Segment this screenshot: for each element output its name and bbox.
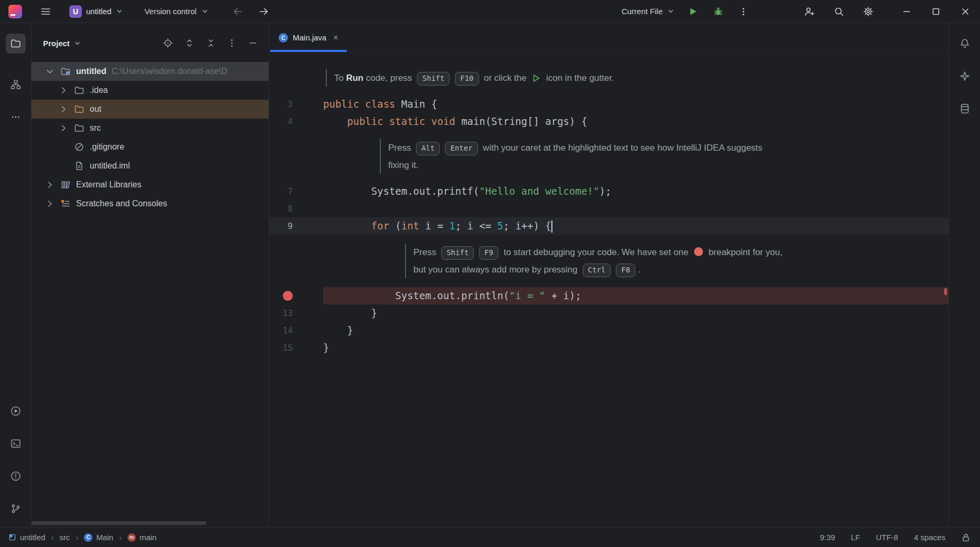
tree-item-scratches-and-consoles[interactable]: Scratches and Consoles [31, 194, 269, 213]
debug-button[interactable] [708, 3, 728, 20]
chevron-down-icon[interactable] [44, 66, 56, 77]
breakpoint-dot[interactable] [283, 291, 293, 301]
breadcrumb-main[interactable]: CMain [84, 533, 113, 542]
editor-hint-line[interactable]: Press AltEnter with your caret at the hi… [269, 139, 949, 156]
tree-item-untitled-iml[interactable]: untitled.iml [31, 156, 269, 175]
editor-code-line[interactable]: 4 public static void main(String[] args)… [269, 113, 949, 130]
version-control-icon[interactable] [6, 499, 26, 519]
editor-line-content[interactable]: } [323, 304, 949, 322]
editor-gutter[interactable]: 13 [269, 304, 323, 322]
editor-gutter[interactable]: 4 [269, 113, 323, 130]
editor-line-content[interactable]: but you can always add more by pressing … [323, 261, 949, 278]
editor-gutter[interactable]: 3 [269, 96, 323, 113]
editor-line-content[interactable]: } [323, 322, 949, 339]
editor-gutter[interactable] [269, 244, 323, 261]
caret-position[interactable]: 9:39 [820, 533, 835, 542]
chevron-right-icon[interactable] [44, 179, 56, 191]
main-menu-icon[interactable] [36, 3, 56, 20]
breadcrumb-src[interactable]: src [59, 533, 70, 542]
editor-code-line[interactable]: 13 } [269, 304, 949, 322]
editor-gutter[interactable] [269, 139, 323, 156]
close-button[interactable] [951, 0, 980, 23]
editor-hint-line[interactable]: but you can always add more by pressing … [269, 261, 949, 278]
ai-assistant-icon[interactable] [955, 66, 975, 86]
editor-code-line[interactable]: System.out.println("i = " + i); [269, 287, 949, 304]
editor-line-content[interactable]: for (int i = 1; i <= 5; i++) { [323, 217, 949, 235]
editor-gutter[interactable] [269, 156, 323, 174]
indent-style[interactable]: 4 spaces [914, 533, 945, 542]
editor-gutter[interactable]: 15 [269, 339, 323, 356]
problems-icon[interactable] [6, 466, 26, 486]
editor-line-content[interactable]: Press AltEnter with your caret at the hi… [323, 139, 949, 156]
more-tool-windows-icon[interactable] [6, 107, 26, 127]
tree-item-untitled[interactable]: untitledC:\Users\wisdom.donald-ase\D [31, 62, 269, 81]
forward-arrow-icon[interactable] [254, 3, 274, 20]
editor-gutter[interactable]: 14 [269, 322, 323, 339]
editor-gutter[interactable]: 9 [269, 217, 323, 235]
tree-item-gitignore[interactable]: .gitignore [31, 138, 269, 156]
line-separator[interactable]: LF [851, 533, 860, 542]
back-arrow-icon[interactable] [228, 3, 248, 20]
editor-gutter[interactable]: 7 [269, 183, 323, 200]
project-widget[interactable]: U untitled [65, 3, 127, 20]
locate-file-icon[interactable] [163, 38, 173, 48]
editor-code-line[interactable]: 9 for (int i = 1; i <= 5; i++) { [269, 217, 949, 235]
expand-all-icon[interactable] [184, 38, 195, 48]
editor-hint-line[interactable]: To Run code, press ShiftF10 or click the… [269, 69, 949, 87]
editor-gutter[interactable]: 8 [269, 200, 323, 217]
editor-line-content[interactable]: public class Main { [323, 96, 949, 113]
tree-item-external-libraries[interactable]: External Libraries [31, 175, 269, 194]
editor-line-content[interactable]: System.out.println("i = " + i); [323, 287, 949, 304]
editor-hint-line[interactable]: fixing it. [269, 156, 949, 174]
editor-line-content[interactable]: System.out.printf("Hello and welcome!"); [323, 183, 949, 200]
breadcrumb-untitled[interactable]: untitled [8, 533, 45, 542]
hide-panel-icon[interactable] [248, 38, 258, 48]
editor-gutter[interactable] [269, 287, 323, 304]
terminal-icon[interactable] [6, 434, 26, 454]
horizontal-scrollbar[interactable] [31, 521, 206, 525]
tab-main-java[interactable]: C Main.java × [270, 23, 347, 52]
collapse-all-icon[interactable] [206, 38, 216, 48]
editor-body[interactable]: To Run code, press ShiftF10 or click the… [269, 52, 949, 527]
tree-item-out[interactable]: out [31, 100, 269, 119]
editor-line-content[interactable] [323, 200, 949, 217]
tree-item-src[interactable]: src [31, 119, 269, 138]
editor-line-content[interactable]: Press ShiftF9 to start debugging your co… [323, 244, 949, 261]
panel-options-icon[interactable] [227, 38, 237, 48]
editor-hint-line[interactable]: Press ShiftF9 to start debugging your co… [269, 244, 949, 261]
services-icon[interactable] [6, 401, 26, 421]
editor-line-content[interactable]: } [323, 339, 949, 356]
editor-code-line[interactable]: 14 } [269, 322, 949, 339]
maximize-button[interactable] [921, 0, 951, 23]
chevron-down-icon[interactable] [73, 39, 81, 47]
chevron-right-icon[interactable] [58, 122, 69, 134]
editor-line-content[interactable]: To Run code, press ShiftF10 or click the… [323, 69, 949, 87]
code-with-me-icon[interactable] [800, 3, 819, 20]
minimize-button[interactable] [892, 0, 921, 23]
run-button[interactable] [683, 3, 703, 20]
editor-gutter[interactable] [269, 69, 323, 87]
notifications-bell-icon[interactable] [955, 34, 975, 54]
project-tool-window-button[interactable] [6, 34, 26, 54]
editor-gutter[interactable] [269, 261, 323, 278]
search-everywhere-icon[interactable] [829, 3, 849, 20]
editor-code-line[interactable]: 8 [269, 200, 949, 217]
run-configuration-selector[interactable]: Current File [617, 5, 679, 18]
error-stripe-mark[interactable] [944, 288, 947, 295]
more-actions-icon[interactable] [733, 3, 753, 20]
breadcrumb-main[interactable]: mmain [127, 533, 157, 542]
vcs-widget[interactable]: Version control [140, 5, 212, 18]
tab-close-icon[interactable]: × [333, 33, 338, 43]
project-panel-title[interactable]: Project [43, 39, 70, 48]
chevron-right-icon[interactable] [44, 198, 56, 209]
editor-code-line[interactable]: 15} [269, 339, 949, 356]
unlock-icon[interactable] [961, 533, 971, 542]
settings-gear-icon[interactable] [858, 3, 878, 20]
editor-code-line[interactable]: 7 System.out.printf("Hello and welcome!"… [269, 183, 949, 200]
editor-code-line[interactable]: 3public class Main { [269, 96, 949, 113]
chevron-right-icon[interactable] [58, 85, 69, 96]
editor-line-content[interactable]: public static void main(String[] args) { [323, 113, 949, 130]
structure-icon[interactable] [6, 75, 26, 94]
tree-item-idea[interactable]: .idea [31, 81, 269, 100]
editor-line-content[interactable]: fixing it. [323, 156, 949, 174]
